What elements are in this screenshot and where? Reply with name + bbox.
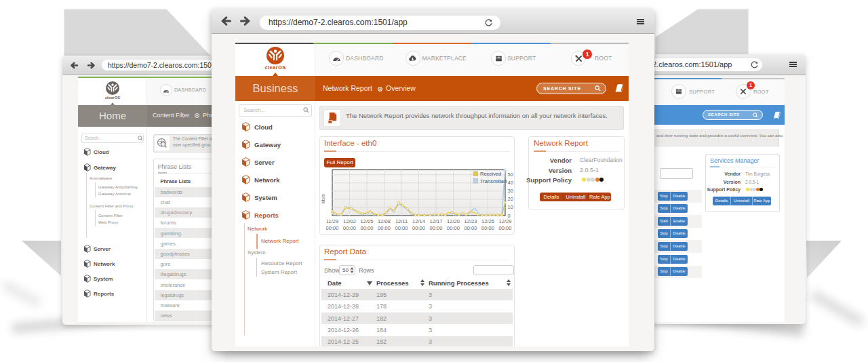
svg-text:12/05: 12/05 [361, 218, 374, 224]
svg-text:12/02: 12/02 [343, 218, 356, 224]
svg-text:12/29: 12/29 [499, 218, 512, 224]
svg-text:12/23: 12/23 [465, 218, 477, 224]
svg-text:12/14: 12/14 [412, 218, 425, 224]
svg-text:00:00: 00:00 [465, 225, 477, 231]
svg-text:00:00: 00:00 [447, 225, 460, 231]
svg-text:12/20: 12/20 [447, 218, 460, 224]
svg-text:12/26: 12/26 [481, 218, 494, 224]
svg-text:50: 50 [508, 172, 513, 178]
svg-text:11/29: 11/29 [326, 218, 338, 224]
svg-text:00:00: 00:00 [326, 225, 339, 231]
svg-text:00:00: 00:00 [361, 225, 374, 231]
svg-text:40: 40 [508, 180, 513, 186]
svg-text:00:00: 00:00 [378, 225, 391, 231]
svg-text:12/11: 12/11 [395, 218, 408, 224]
svg-text:Transmitted: Transmitted [480, 178, 507, 184]
svg-text:20: 20 [508, 196, 513, 202]
svg-text:00:00: 00:00 [412, 225, 425, 231]
svg-text:00:00: 00:00 [430, 225, 443, 231]
svg-text:12/17: 12/17 [430, 218, 443, 224]
svg-text:00:00: 00:00 [499, 225, 512, 231]
svg-text:12/08: 12/08 [378, 218, 391, 224]
svg-text:kb/s: kb/s [320, 194, 326, 203]
svg-text:10: 10 [508, 204, 513, 210]
svg-text:Received: Received [480, 171, 501, 177]
svg-text:00:00: 00:00 [395, 225, 408, 231]
svg-text:00:00: 00:00 [343, 225, 356, 231]
svg-text:30: 30 [508, 188, 513, 194]
svg-text:00:00: 00:00 [481, 225, 494, 231]
